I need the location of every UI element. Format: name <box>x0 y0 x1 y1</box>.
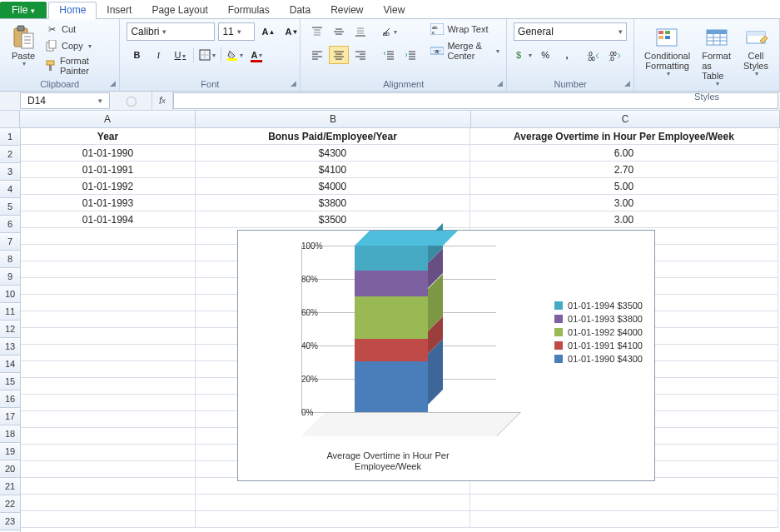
row-header-23[interactable]: 23 <box>0 513 21 530</box>
row-header-3[interactable]: 3 <box>0 163 21 181</box>
cell-A6[interactable]: 01-01-1994 <box>21 211 196 228</box>
cell-A17[interactable] <box>21 395 196 411</box>
cell-B4[interactable]: $4000 <box>196 178 470 195</box>
cell-A19[interactable] <box>21 428 196 445</box>
cell-A18[interactable] <box>21 411 196 428</box>
cell-A2[interactable]: 01-01-1990 <box>21 145 196 162</box>
cell-C2[interactable]: 6.00 <box>470 145 778 162</box>
orientation-button[interactable]: ab <box>379 22 399 41</box>
column-header-A[interactable]: A <box>20 111 196 128</box>
cell-A7[interactable] <box>21 228 196 245</box>
font-dialog-launcher[interactable]: ◢ <box>291 79 296 87</box>
row-header-4[interactable]: 4 <box>0 181 21 198</box>
row-header-12[interactable]: 12 <box>0 321 21 338</box>
fx-label[interactable]: fx <box>152 92 173 110</box>
column-header-C[interactable]: C <box>471 111 780 128</box>
tab-home[interactable]: Home <box>48 2 97 19</box>
fill-color-button[interactable] <box>225 46 245 64</box>
cell-A22[interactable] <box>21 478 196 495</box>
align-bottom-button[interactable] <box>350 22 370 41</box>
cell-A12[interactable] <box>21 311 196 328</box>
cell-C4[interactable]: 5.00 <box>470 178 778 195</box>
format-painter-button[interactable]: Format Painter <box>45 56 112 76</box>
comma-button[interactable]: , <box>557 46 577 64</box>
grow-font-button[interactable]: A▲ <box>258 22 278 41</box>
tab-insert[interactable]: Insert <box>97 2 142 18</box>
row-header-1[interactable]: 1 <box>0 128 21 146</box>
row-header-19[interactable]: 19 <box>0 443 21 460</box>
cell-A4[interactable]: 01-01-1992 <box>21 178 196 195</box>
percent-button[interactable]: % <box>535 46 555 64</box>
increase-decimal-button[interactable]: .0.00 <box>584 46 604 64</box>
accounting-format-button[interactable]: $ <box>514 46 534 64</box>
cell-A11[interactable] <box>21 295 196 311</box>
tab-file[interactable]: File <box>0 2 47 18</box>
cell-B6[interactable]: $3500 <box>196 211 470 228</box>
name-box[interactable]: D14▾ <box>20 92 110 109</box>
number-dialog-launcher[interactable]: ◢ <box>624 79 630 87</box>
cell-A23[interactable] <box>21 495 196 511</box>
cell-C23[interactable] <box>470 495 778 511</box>
row-header-9[interactable]: 9 <box>0 268 21 286</box>
row-header-11[interactable]: 11 <box>0 303 21 321</box>
row-header-5[interactable]: 5 <box>0 198 21 216</box>
row-header-16[interactable]: 16 <box>0 390 21 408</box>
clipboard-dialog-launcher[interactable]: ◢ <box>110 79 116 87</box>
cell-C5[interactable]: 3.00 <box>470 195 778 211</box>
align-left-button[interactable] <box>307 46 327 64</box>
row-header-22[interactable]: 22 <box>0 495 21 513</box>
conditional-formatting-button[interactable]: Conditional Formatting <box>641 22 693 80</box>
embedded-chart[interactable]: 0%20%40%60%80%100%Average Overtime in Ho… <box>237 230 655 481</box>
copy-button[interactable]: Copy <box>45 39 112 52</box>
row-header-21[interactable]: 21 <box>0 478 21 495</box>
tab-page-layout[interactable]: Page Layout <box>142 2 217 18</box>
wrap-text-button[interactable]: abcWrap Text <box>430 22 499 36</box>
row-header-7[interactable]: 7 <box>0 233 21 251</box>
tab-formulas[interactable]: Formulas <box>218 2 280 18</box>
italic-button[interactable]: I <box>148 46 168 64</box>
format-as-table-button[interactable]: Format as Table <box>698 22 734 90</box>
cell-styles-button[interactable]: Cell Styles <box>739 22 773 80</box>
cell-C24[interactable] <box>470 511 778 528</box>
cell-A15[interactable] <box>21 361 196 378</box>
row-header-6[interactable]: 6 <box>0 216 21 233</box>
bold-button[interactable]: B <box>127 46 147 64</box>
cell-C3[interactable]: 2.70 <box>470 162 778 178</box>
cell-B3[interactable]: $4100 <box>196 162 470 178</box>
row-header-10[interactable]: 10 <box>0 286 21 303</box>
shrink-font-button[interactable]: A▼ <box>281 22 301 41</box>
align-top-button[interactable] <box>307 22 327 41</box>
cell-C1[interactable]: Average Overtime in Hour Per Employee/We… <box>470 128 778 145</box>
cell-B5[interactable]: $3800 <box>196 195 470 211</box>
cell-B24[interactable] <box>196 511 470 528</box>
row-header-18[interactable]: 18 <box>0 425 21 443</box>
row-header-8[interactable]: 8 <box>0 251 21 268</box>
merge-center-button[interactable]: aMerge & Center <box>430 41 499 61</box>
tab-view[interactable]: View <box>374 2 415 18</box>
paste-button[interactable]: Paste <box>7 22 40 70</box>
cell-A8[interactable] <box>21 245 196 261</box>
row-header-15[interactable]: 15 <box>0 373 21 390</box>
cell-A20[interactable] <box>21 445 196 461</box>
align-middle-button[interactable] <box>329 22 349 41</box>
cell-A9[interactable] <box>21 261 196 278</box>
cell-C6[interactable]: 3.00 <box>470 211 778 228</box>
cells-area[interactable]: YearBonus Paid/Employee/YearAverage Over… <box>21 128 778 532</box>
cell-B23[interactable] <box>196 495 470 511</box>
decrease-decimal-button[interactable]: .00.0 <box>605 46 625 64</box>
cell-A13[interactable] <box>21 328 196 345</box>
row-header-2[interactable]: 2 <box>0 146 21 163</box>
cell-A1[interactable]: Year <box>21 128 196 145</box>
align-right-button[interactable] <box>350 46 370 64</box>
row-header-14[interactable]: 14 <box>0 355 21 373</box>
tab-review[interactable]: Review <box>320 2 373 18</box>
number-format-combo[interactable]: General▾ <box>514 22 627 41</box>
column-header-B[interactable]: B <box>196 111 471 128</box>
decrease-indent-button[interactable] <box>379 46 399 64</box>
borders-button[interactable] <box>197 46 217 64</box>
cell-A14[interactable] <box>21 345 196 361</box>
row-header-13[interactable]: 13 <box>0 338 21 355</box>
underline-button[interactable]: U <box>170 46 190 64</box>
increase-indent-button[interactable] <box>400 46 420 64</box>
row-header-17[interactable]: 17 <box>0 408 21 425</box>
